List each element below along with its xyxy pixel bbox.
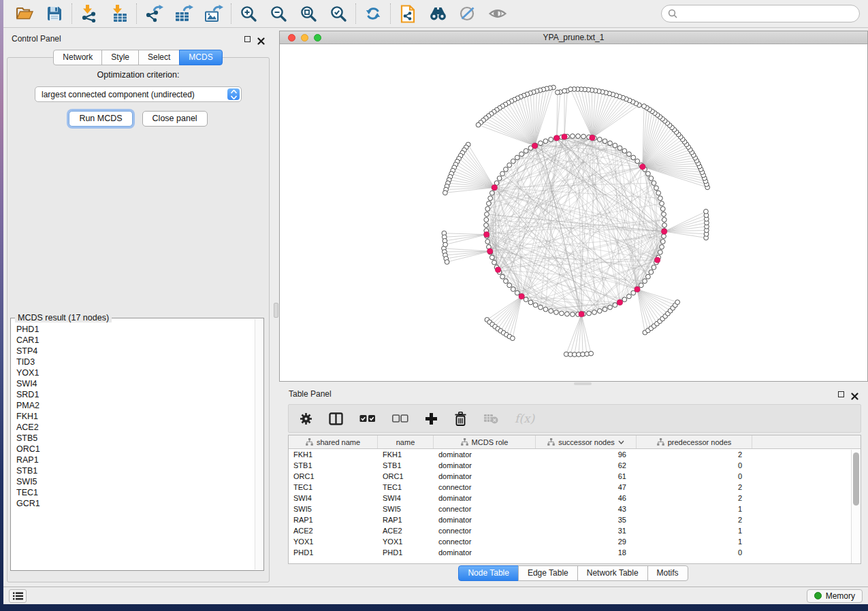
- table-cell[interactable]: SWI5: [289, 503, 378, 514]
- splitter-grip[interactable]: [574, 382, 592, 385]
- save-session-icon[interactable]: [44, 3, 65, 24]
- table-cell[interactable]: 46: [536, 493, 637, 503]
- show-hide-eye-icon[interactable]: [487, 3, 508, 24]
- table-scrollbar[interactable]: [851, 450, 861, 563]
- tab-edge-table[interactable]: Edge Table: [518, 565, 578, 581]
- table-cell[interactable]: STB1: [289, 460, 378, 471]
- table-cell[interactable]: RAP1: [378, 514, 434, 525]
- table-row[interactable]: TEC1TEC1connector472: [289, 482, 861, 493]
- table-cell[interactable]: 1: [637, 525, 752, 536]
- table-cell[interactable]: PHD1: [289, 547, 378, 558]
- tab-mcds[interactable]: MCDS: [179, 50, 222, 65]
- table-cell[interactable]: 1: [637, 503, 752, 514]
- table-cell[interactable]: 2: [637, 482, 752, 493]
- search-box[interactable]: [661, 5, 860, 22]
- result-node[interactable]: SWI4: [16, 378, 254, 389]
- table-cell[interactable]: 0: [637, 547, 752, 558]
- network-window-titlebar[interactable]: YPA_prune.txt_1: [280, 31, 867, 44]
- table-cell[interactable]: 18: [536, 547, 637, 558]
- result-node[interactable]: CAR1: [16, 335, 254, 346]
- table-cell[interactable]: YOX1: [289, 536, 378, 547]
- table-cell[interactable]: dominator: [434, 514, 536, 525]
- import-table-icon[interactable]: [109, 3, 129, 24]
- vertical-splitter[interactable]: [273, 31, 279, 587]
- table-cell[interactable]: connector: [434, 503, 536, 514]
- zoom-out-icon[interactable]: [268, 3, 289, 24]
- table-cell[interactable]: 2: [637, 514, 752, 525]
- close-window-icon[interactable]: [288, 34, 295, 42]
- table-row[interactable]: ORC1ORC1dominator610: [289, 471, 861, 482]
- table-cell[interactable]: ORC1: [289, 471, 378, 482]
- result-node[interactable]: TID3: [16, 357, 254, 367]
- tab-node-table[interactable]: Node Table: [458, 565, 519, 581]
- table-cell[interactable]: TEC1: [378, 482, 434, 493]
- table-cell[interactable]: 0: [637, 460, 752, 471]
- export-network-icon[interactable]: [144, 3, 164, 24]
- result-node[interactable]: SRD1: [16, 389, 254, 400]
- table-cell[interactable]: PHD1: [378, 547, 434, 558]
- zoom-in-icon[interactable]: [238, 3, 259, 24]
- table-row[interactable]: PHD1PHD1dominator180: [289, 547, 861, 558]
- table-cell[interactable]: dominator: [434, 493, 536, 503]
- unselect-all-icon[interactable]: [392, 414, 408, 423]
- table-row[interactable]: RAP1RAP1dominator352: [289, 514, 861, 525]
- table-cell[interactable]: 2: [637, 493, 752, 503]
- table-cell[interactable]: 62: [536, 460, 637, 471]
- table-cell[interactable]: 31: [536, 525, 637, 536]
- result-node[interactable]: PMA2: [16, 400, 254, 411]
- close-panel-button[interactable]: Close panel: [142, 111, 208, 127]
- export-table-icon[interactable]: [174, 3, 194, 24]
- criterion-dropdown[interactable]: largest connected component (undirected): [35, 86, 242, 102]
- table-row[interactable]: SWI4SWI4dominator462: [289, 493, 861, 503]
- import-network-icon[interactable]: [79, 3, 99, 24]
- table-cell[interactable]: 61: [536, 471, 637, 482]
- minimize-window-icon[interactable]: [301, 34, 308, 42]
- table-row[interactable]: ACE2ACE2connector311: [289, 525, 861, 536]
- result-node[interactable]: YOX1: [16, 367, 254, 378]
- create-column-plus-icon[interactable]: [425, 412, 438, 425]
- table-row[interactable]: SWI5SWI5connector431: [289, 503, 861, 514]
- run-mcds-button[interactable]: Run MCDS: [69, 111, 132, 127]
- result-node[interactable]: SWI5: [16, 476, 254, 487]
- table-cell[interactable]: YOX1: [378, 536, 434, 547]
- result-node[interactable]: ORC1: [16, 444, 254, 455]
- result-node[interactable]: STB5: [16, 433, 254, 444]
- table-cell[interactable]: 29: [536, 536, 637, 547]
- column-header-shared-name[interactable]: shared name: [289, 435, 378, 448]
- table-cell[interactable]: dominator: [434, 460, 536, 471]
- splitter-grip[interactable]: [274, 303, 278, 318]
- table-cell[interactable]: 96: [536, 449, 637, 460]
- float-panel-icon[interactable]: [244, 36, 251, 42]
- table-cell[interactable]: connector: [434, 536, 536, 547]
- table-settings-gear-icon[interactable]: [300, 412, 312, 425]
- find-binoculars-icon[interactable]: [428, 3, 448, 24]
- show-columns-icon[interactable]: [329, 412, 343, 425]
- table-cell[interactable]: SWI4: [378, 493, 434, 503]
- table-cell[interactable]: SWI4: [289, 493, 378, 503]
- result-node[interactable]: PHD1: [16, 324, 254, 335]
- table-cell[interactable]: ACE2: [378, 525, 434, 536]
- column-header-name[interactable]: name: [378, 435, 434, 448]
- apply-layout-icon[interactable]: [363, 3, 383, 24]
- share-document-icon[interactable]: [398, 3, 418, 24]
- column-header-predecessor-nodes[interactable]: predecessor nodes: [637, 435, 752, 448]
- close-panel-icon[interactable]: [851, 391, 858, 398]
- table-cell[interactable]: connector: [434, 482, 536, 493]
- table-cell[interactable]: dominator: [434, 547, 536, 558]
- zoom-selected-icon[interactable]: [328, 3, 349, 24]
- export-image-icon[interactable]: [204, 3, 224, 24]
- search-input[interactable]: [681, 9, 853, 18]
- maximize-window-icon[interactable]: [314, 34, 321, 42]
- result-node[interactable]: FKH1: [16, 411, 254, 422]
- result-node[interactable]: RAP1: [16, 455, 254, 465]
- table-cell[interactable]: ACE2: [289, 525, 378, 536]
- table-cell[interactable]: ORC1: [378, 471, 434, 482]
- table-cell[interactable]: FKH1: [289, 449, 378, 460]
- result-node[interactable]: STB1: [16, 465, 254, 476]
- table-cell[interactable]: 35: [536, 514, 637, 525]
- table-cell[interactable]: 47: [536, 482, 637, 493]
- table-cell[interactable]: dominator: [434, 471, 536, 482]
- table-cell[interactable]: 43: [536, 503, 637, 514]
- table-cell[interactable]: connector: [434, 525, 536, 536]
- tab-network[interactable]: Network: [53, 50, 102, 65]
